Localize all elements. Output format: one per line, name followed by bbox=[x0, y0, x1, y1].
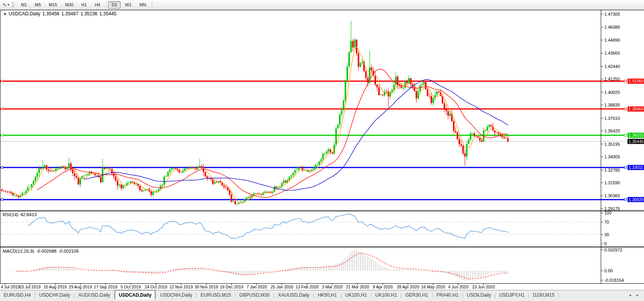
date-label: 7 Jan 2020 bbox=[247, 284, 267, 289]
rsi-indicator-label: RSI(14)42.8413 bbox=[3, 212, 37, 217]
price-tag-1.38464: 1.38464 bbox=[627, 106, 644, 112]
rsi-name: RSI(14) bbox=[3, 212, 18, 217]
svg-text:100: 100 bbox=[604, 211, 611, 215]
chart-tab-FRA40-H1[interactable]: FRA40,H1 bbox=[433, 290, 462, 299]
date-label: 13 Feb 2020 bbox=[296, 284, 319, 289]
svg-text:1.30365: 1.30365 bbox=[604, 193, 620, 198]
draw-tool-icon[interactable]: ✎ bbox=[2, 2, 7, 8]
date-label: 19 Dec 2019 bbox=[220, 284, 243, 289]
date-label: 5 Oct 2019 bbox=[121, 284, 141, 289]
tab-scroll-arrows: ◂ ▸ bbox=[629, 290, 644, 299]
svg-text:1.41250: 1.41250 bbox=[604, 77, 620, 81]
timeframe-button-H4[interactable]: H4 bbox=[91, 1, 104, 9]
svg-text:1.40025: 1.40025 bbox=[604, 90, 620, 95]
timeframe-button-D1[interactable]: D1 bbox=[108, 1, 121, 9]
svg-text:1.47305: 1.47305 bbox=[604, 12, 620, 17]
timeframe-button-M1[interactable]: M1 bbox=[17, 1, 30, 9]
timeframe-button-M5[interactable]: M5 bbox=[31, 1, 44, 9]
chart-title: ▼USDCAD,Daily1.354561.354871.352361.3544… bbox=[3, 11, 116, 17]
chart-tab-HK50-H1[interactable]: HK50,H1 bbox=[314, 290, 340, 299]
chart-tab-USDCNH-Daily[interactable]: USDCNH,Daily bbox=[157, 290, 196, 299]
chart-tab-UK100-H1[interactable]: UK100,H1 bbox=[342, 290, 370, 299]
price-tag-1.41060: 1.41060 bbox=[627, 79, 644, 84]
svg-text:1.31590: 1.31590 bbox=[604, 180, 620, 185]
date-label: 10 Aug 2019 bbox=[44, 284, 67, 289]
macd-indicator-label: MACD(12,26,9)-0.002688-0.002105 bbox=[3, 249, 79, 253]
chart-tab-UK100-H1[interactable]: UK100,H1 bbox=[372, 290, 401, 299]
svg-text:1.46080: 1.46080 bbox=[604, 25, 620, 29]
svg-text:1.36420: 1.36420 bbox=[604, 128, 620, 133]
chevron-down-icon[interactable]: ▾ bbox=[7, 3, 9, 7]
tab-scroll-right-icon[interactable]: ▸ bbox=[637, 293, 638, 297]
chart-tab-DJ30-M15[interactable]: DJ30,M15 bbox=[529, 290, 558, 299]
toolbar-separator bbox=[152, 2, 152, 8]
date-label: 17 Sep 2019 bbox=[94, 284, 118, 289]
timeframe-button-M30[interactable]: M30 bbox=[61, 1, 77, 9]
chart-tab-AUDUSD-Daily[interactable]: AUDUSD,Daily bbox=[75, 290, 114, 299]
chart-tab-USOil-Daily[interactable]: USOil,Daily bbox=[463, 290, 494, 299]
svg-text:1.38835: 1.38835 bbox=[604, 103, 620, 107]
chart-dropdown-icon[interactable]: ▼ bbox=[3, 12, 7, 16]
timeframe-toolbar: ✎ ▾ M1M5M15M30H1H4D1W1MN bbox=[0, 0, 644, 10]
svg-text:1.37610: 1.37610 bbox=[604, 116, 620, 121]
date-label: 4 Jun 2020 bbox=[448, 284, 469, 289]
svg-text:1.44890: 1.44890 bbox=[604, 38, 620, 42]
timeframe-button-W1[interactable]: W1 bbox=[121, 1, 135, 9]
rsi-value: 42.8413 bbox=[20, 212, 37, 217]
chart-tab-EURUSD-M15[interactable]: EURUSD,M15 bbox=[197, 290, 234, 299]
date-label: 24 Oct 2019 bbox=[145, 284, 167, 289]
timeframe-button-H1[interactable]: H1 bbox=[78, 1, 90, 9]
macd-signal-value: -0.002105 bbox=[59, 249, 79, 253]
date-label: 3 Mar 2020 bbox=[322, 284, 343, 289]
chart-tab-bar: EURUSD,H4|USDCHF,Daily|AUDUSD,Daily|USDC… bbox=[0, 290, 644, 299]
timeframe-buttons: M1M5M15M30H1H4D1W1MN bbox=[17, 1, 153, 9]
svg-text:1.38464: 1.38464 bbox=[629, 106, 644, 111]
macd-main-value: -0.002688 bbox=[36, 249, 57, 253]
date-label: 16 May 2020 bbox=[421, 284, 445, 289]
ohlc-close: 1.35445 bbox=[99, 11, 116, 17]
svg-text:1.43665: 1.43665 bbox=[604, 51, 620, 55]
chart-tab-USDCAD-Daily[interactable]: USDCAD,Daily bbox=[115, 290, 155, 299]
chart-symbol-label: USDCAD,Daily bbox=[9, 11, 40, 17]
tab-scroll-left-icon[interactable]: ◂ bbox=[629, 293, 631, 297]
date-label: 12 Nov 2019 bbox=[169, 284, 193, 289]
toolbar-separator bbox=[106, 2, 106, 8]
svg-text:0.00: 0.00 bbox=[604, 268, 613, 273]
svg-text:1.35195: 1.35195 bbox=[604, 142, 620, 147]
svg-text:1.35445: 1.35445 bbox=[629, 139, 644, 144]
ohlc-high: 1.35487 bbox=[61, 11, 78, 17]
timeframe-button-M15[interactable]: M15 bbox=[45, 1, 61, 9]
date-label: 21 Mar 2020 bbox=[346, 284, 369, 289]
svg-text:1.34005: 1.34005 bbox=[604, 154, 620, 159]
svg-text:1.32780: 1.32780 bbox=[604, 168, 620, 173]
date-label: 28 Apr 2020 bbox=[397, 284, 419, 289]
date-label: 29 Aug 2019 bbox=[69, 284, 92, 289]
date-label: 4 Jul 2019 bbox=[1, 284, 20, 289]
svg-text:0: 0 bbox=[604, 241, 607, 246]
timeframe-button-MN[interactable]: MN bbox=[136, 1, 150, 9]
chart-tab-GBPUSD-M30[interactable]: GBPUSD,M30 bbox=[236, 290, 273, 299]
chart-tab-USDJPY-H1[interactable]: USDJPY,H1 bbox=[496, 290, 528, 299]
chart-background bbox=[0, 10, 644, 290]
date-label: 9 Apr 2020 bbox=[373, 284, 393, 289]
chart-tab-EURUSD-H4[interactable]: EURUSD,H4 bbox=[0, 290, 34, 299]
chart-tab-GER30-H1[interactable]: GER30,H1 bbox=[402, 290, 432, 299]
price-tag-1.30020: 1.30020 bbox=[627, 197, 644, 202]
chart-tabs: EURUSD,H4|USDCHF,Daily|AUDUSD,Daily|USDC… bbox=[0, 290, 559, 299]
date-label: 23 Jun 2020 bbox=[472, 284, 495, 289]
svg-text:-0.018154: -0.018154 bbox=[604, 278, 624, 283]
svg-text:1.36015: 1.36015 bbox=[629, 133, 644, 138]
svg-text:30: 30 bbox=[604, 232, 609, 237]
price-tag-1.36015: 1.36015 bbox=[627, 133, 644, 138]
date-label: 25 Jan 2020 bbox=[270, 284, 293, 289]
svg-text:1.30020: 1.30020 bbox=[629, 197, 644, 202]
price-tag-1.35445: 1.35445 bbox=[627, 139, 644, 144]
chart-tab-USDCHF-Daily[interactable]: USDCHF,Daily bbox=[35, 290, 74, 299]
toolbar-grip[interactable] bbox=[12, 2, 15, 8]
price-tag-1.33011: 1.33011 bbox=[627, 165, 644, 170]
date-label: 23 Jul 2019 bbox=[19, 284, 40, 289]
ohlc-low: 1.35236 bbox=[80, 11, 97, 17]
chart-tab-XAUUSD-Daily[interactable]: XAUUSD,Daily bbox=[274, 290, 313, 299]
svg-text:1.33011: 1.33011 bbox=[629, 165, 643, 170]
svg-text:0.032972: 0.032972 bbox=[604, 248, 622, 252]
